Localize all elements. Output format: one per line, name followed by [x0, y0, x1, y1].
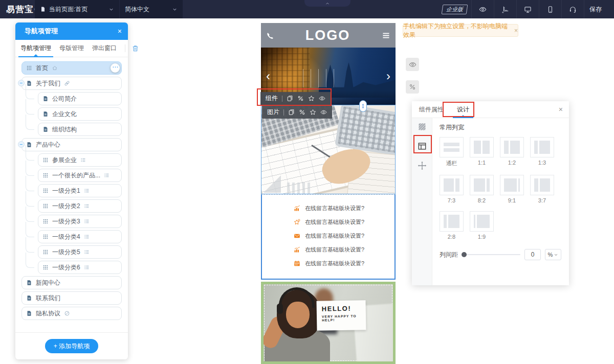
nav-item[interactable]: 参展企业	[38, 153, 122, 167]
star-button[interactable]	[308, 95, 315, 102]
nav-tab-弹出窗口[interactable]: 弹出窗口	[92, 40, 117, 57]
mobile-icon	[546, 6, 554, 13]
headset-button[interactable]	[561, 0, 584, 18]
copy-doc-button[interactable]	[287, 95, 293, 102]
message-list-item[interactable]: 在线留言基础版块设置?	[294, 215, 394, 229]
add-nav-item-button[interactable]: + 添加导航项	[45, 339, 98, 353]
columns-layout-icon[interactable]	[416, 141, 428, 152]
monitor-button[interactable]	[516, 0, 539, 18]
ruler-button[interactable]	[494, 0, 516, 18]
slider-thumb[interactable]	[462, 252, 467, 257]
layout-option-1:3[interactable]: 1:3	[530, 137, 554, 167]
layout-option-7:3[interactable]: 7:3	[440, 175, 464, 203]
close-icon[interactable]: ×	[118, 27, 122, 35]
percent-button[interactable]	[297, 95, 304, 102]
resize-handle[interactable]	[359, 100, 367, 112]
nav-item[interactable]: 隐私协议	[21, 307, 122, 320]
message-list-item[interactable]: 在线留言基础版块设置?	[294, 229, 394, 243]
layout-option-1:1[interactable]: 1:1	[470, 137, 494, 167]
layout-option-通栏[interactable]: 通栏	[440, 137, 464, 167]
collapse-toggle[interactable]: −	[18, 141, 25, 148]
nav-item[interactable]: 一级分类3	[38, 215, 122, 228]
carousel-next-arrow[interactable]: ›	[386, 70, 390, 82]
gap-value-input[interactable]	[524, 249, 541, 260]
save-button[interactable]: 保存	[584, 0, 614, 18]
layout-option-3:7[interactable]: 3:7	[530, 175, 554, 203]
nav-item[interactable]: 公司简介	[38, 92, 122, 105]
hello-image-block[interactable]: HELLO! VERY HAPPY TOHELP!	[261, 282, 396, 364]
eye-button[interactable]	[471, 0, 494, 18]
copy-doc-button[interactable]	[288, 109, 295, 116]
nav-item[interactable]: 一级分类2	[38, 199, 122, 213]
design-tab-设计[interactable]: 设计	[457, 101, 469, 118]
drag-handle-icon	[42, 188, 49, 194]
ruler-icon	[501, 6, 509, 13]
mobile-button[interactable]	[539, 0, 561, 18]
percent-button[interactable]	[299, 109, 305, 116]
eye-icon	[320, 109, 327, 116]
page-icon	[26, 295, 32, 301]
nav-item[interactable]: 一个很长的产品...	[38, 169, 122, 182]
nav-item[interactable]: −关于我们	[21, 77, 122, 90]
design-tab-组件属性[interactable]: 组件属性	[419, 101, 444, 118]
nav-item[interactable]: 一级分类5	[38, 245, 122, 259]
nav-panel-title: 导航项管理	[25, 27, 58, 36]
message-list-block[interactable]: 在线留言基础版块设置?在线留言基础版块设置?在线留言基础版块设置?在线留言基础版…	[261, 194, 396, 280]
collapse-toggle[interactable]: −	[18, 80, 25, 86]
nav-item[interactable]: 组织结构	[38, 123, 122, 136]
pattern-icon[interactable]	[416, 121, 428, 132]
menu-icon	[84, 203, 90, 209]
section-title: 常用列宽	[440, 123, 569, 132]
nav-item[interactable]: 企业文化	[38, 107, 122, 121]
carousel-prev-arrow[interactable]: ‹	[266, 70, 270, 82]
nav-item[interactable]: −产品中心	[21, 138, 122, 151]
gap-unit-dropdown[interactable]: %	[545, 249, 561, 260]
mobile-site-header[interactable]: LOGO	[261, 23, 396, 48]
menu-icon	[80, 157, 86, 163]
version-badge: 企业版	[442, 5, 468, 14]
drag-handle-icon	[42, 172, 49, 178]
message-list-item[interactable]: 在线留言基础版块设置?	[294, 201, 394, 215]
drag-handle-icon	[42, 203, 49, 209]
nav-item[interactable]: 一级分类4	[38, 230, 122, 243]
message-list-item[interactable]: 在线留言基础版块设置?	[294, 257, 394, 270]
close-icon[interactable]: ×	[559, 105, 563, 113]
nav-item[interactable]: 新闻中心	[21, 276, 122, 289]
nav-item[interactable]: 首页⋯	[21, 61, 122, 75]
message-list-item[interactable]: 在线留言基础版块设置?	[294, 243, 394, 257]
layout-option-9:1[interactable]: 9:1	[500, 175, 524, 203]
chart-icon	[294, 205, 300, 212]
nav-item[interactable]: 一级分类6	[38, 261, 122, 274]
nav-tab-导航项管理[interactable]: 导航项管理	[20, 40, 51, 57]
move-icon[interactable]	[416, 160, 428, 171]
more-options-icon[interactable]: ⋯	[111, 63, 120, 73]
nav-item[interactable]: 一级分类1	[38, 184, 122, 197]
layout-option-2:8[interactable]: 2:8	[440, 211, 464, 240]
eye-button[interactable]	[320, 109, 327, 116]
eye-icon	[479, 6, 487, 13]
layout-option-8:2[interactable]: 8:2	[470, 175, 494, 203]
menu-icon	[84, 234, 90, 240]
gap-slider[interactable]	[462, 254, 520, 255]
page-icon	[42, 126, 49, 132]
preview-eye-button[interactable]	[406, 58, 419, 71]
close-icon[interactable]: ×	[514, 27, 518, 34]
toolbar-collapse-handle[interactable]	[304, 0, 350, 7]
layout-option-1:2[interactable]: 1:2	[500, 137, 524, 167]
language-selector[interactable]: 简体中文	[120, 0, 183, 18]
layout-option-1:9[interactable]: 1:9	[470, 211, 494, 240]
home-icon	[52, 65, 58, 71]
drag-handle-icon	[42, 234, 49, 240]
percent-button[interactable]	[406, 80, 419, 94]
star-button[interactable]	[310, 109, 316, 116]
chevron-down-icon	[108, 7, 114, 12]
menu-icon	[84, 218, 90, 224]
chevron-down-icon	[172, 7, 178, 12]
hamburger-icon[interactable]	[382, 31, 390, 40]
trash-icon[interactable]	[125, 44, 141, 52]
current-page-selector[interactable]: 当前页面:首页	[35, 0, 119, 18]
eye-button[interactable]	[319, 95, 325, 102]
drag-handle-icon	[42, 249, 49, 255]
nav-tab-母版管理[interactable]: 母版管理	[59, 40, 84, 57]
nav-item[interactable]: 联系我们	[21, 291, 122, 305]
